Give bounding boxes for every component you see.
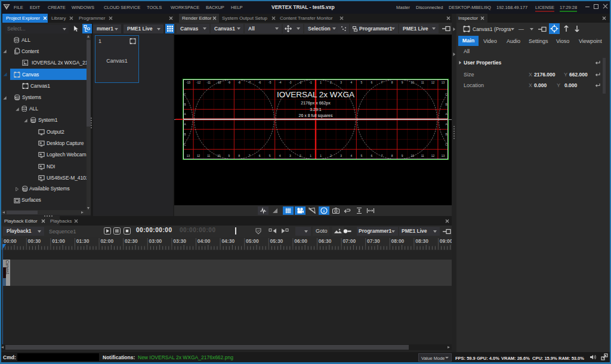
svg-text:12: 12 <box>197 155 200 158</box>
svg-text:-2: -2 <box>299 81 302 84</box>
svg-text:13: 13 <box>187 155 190 158</box>
svg-text:6: 6 <box>371 81 373 84</box>
svg-text:3: 3 <box>340 155 342 158</box>
svg-text:26 x 8 full squares: 26 x 8 full squares <box>299 113 333 118</box>
svg-text:6: 6 <box>371 155 373 158</box>
svg-text:-8: -8 <box>238 81 241 84</box>
svg-text:-6: -6 <box>258 81 261 84</box>
svg-text:-3: -3 <box>289 81 292 84</box>
svg-text:-7: -7 <box>248 81 251 84</box>
svg-text:2176px x 662px: 2176px x 662px <box>301 101 331 106</box>
svg-text:-9: -9 <box>228 81 231 84</box>
svg-text:-4: -4 <box>279 81 282 84</box>
svg-text:7: 7 <box>381 155 383 158</box>
svg-text:13: 13 <box>442 81 445 84</box>
svg-text:5: 5 <box>269 155 271 158</box>
svg-text:B: B <box>445 133 447 136</box>
svg-text:7: 7 <box>381 81 383 84</box>
svg-text:12: 12 <box>431 155 435 158</box>
svg-text:-5: -5 <box>269 81 271 84</box>
svg-text:-12: -12 <box>196 81 200 84</box>
svg-text:11: 11 <box>421 81 424 84</box>
svg-text:11: 11 <box>421 155 424 158</box>
svg-text:2: 2 <box>300 155 301 158</box>
svg-text:10: 10 <box>217 155 221 158</box>
svg-text:9: 9 <box>228 155 230 158</box>
svg-text:B: B <box>184 103 186 106</box>
svg-text:3: 3 <box>340 81 342 84</box>
svg-text:4: 4 <box>279 155 281 158</box>
svg-text:5: 5 <box>360 81 362 84</box>
svg-text:4: 4 <box>350 155 352 158</box>
svg-text:4: 4 <box>350 81 352 84</box>
svg-text:-13: -13 <box>186 81 190 84</box>
svg-text:8: 8 <box>391 81 393 84</box>
svg-text:7: 7 <box>249 155 251 158</box>
svg-text:2: 2 <box>330 155 332 158</box>
svg-text:10: 10 <box>411 155 415 158</box>
svg-text:5: 5 <box>360 155 362 158</box>
svg-text:10: 10 <box>411 81 415 84</box>
svg-text:8: 8 <box>239 155 240 158</box>
svg-text:B: B <box>445 103 447 106</box>
svg-text:8: 8 <box>391 155 393 158</box>
svg-text:3.29:1: 3.29:1 <box>310 107 322 112</box>
svg-text:3: 3 <box>289 155 291 158</box>
svg-text:1: 1 <box>320 81 322 84</box>
svg-text:11: 11 <box>207 155 210 158</box>
svg-text:1: 1 <box>320 155 322 158</box>
svg-text:12: 12 <box>431 81 435 84</box>
svg-text:9: 9 <box>402 155 403 158</box>
svg-text:-11: -11 <box>206 81 211 84</box>
svg-text:13: 13 <box>442 155 445 158</box>
svg-text:1: 1 <box>310 155 311 158</box>
svg-text:2: 2 <box>330 81 332 84</box>
svg-text:B: B <box>184 133 186 136</box>
svg-text:IOVERSAL 2x WXGA: IOVERSAL 2x WXGA <box>277 90 354 99</box>
svg-text:9: 9 <box>402 81 403 84</box>
svg-text:-1: -1 <box>309 81 312 84</box>
svg-text:-10: -10 <box>217 81 221 84</box>
svg-text:6: 6 <box>259 155 261 158</box>
